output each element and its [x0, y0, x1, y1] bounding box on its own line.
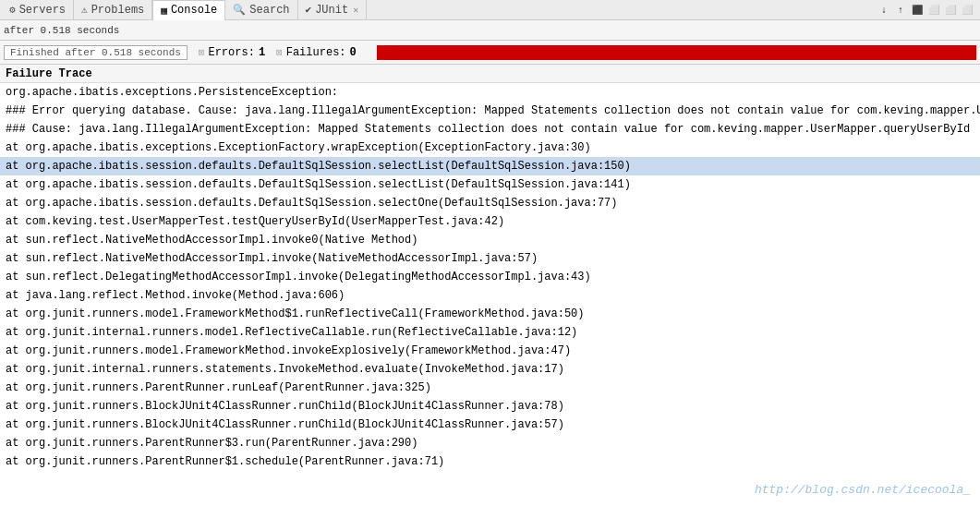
toolbar-down-btn[interactable]: ↓	[877, 3, 891, 18]
summary-bar: Finished after 0.518 seconds ⊠ Errors: 1…	[0, 41, 980, 65]
toolbar-stop-btn[interactable]: ⬛	[910, 3, 925, 18]
failures-label: Failures:	[286, 46, 346, 59]
trace-line: at org.apache.ibatis.exceptions.Exceptio…	[0, 139, 980, 157]
trace-line: at sun.reflect.DelegatingMethodAccessorI…	[0, 268, 980, 286]
trace-line: at org.junit.runners.ParentRunner$3.run(…	[0, 434, 980, 452]
errors-label: Errors:	[208, 46, 254, 59]
tab-junit[interactable]: ✔ JUnit ✕	[298, 0, 368, 20]
finished-label: Finished after 0.518 seconds	[10, 47, 181, 58]
tab-search-label: Search	[249, 4, 289, 17]
failure-trace-header: Failure Trace	[0, 65, 980, 83]
toolbar-view-btn2[interactable]: ⬜	[943, 3, 958, 18]
junit-close-icon[interactable]: ✕	[353, 5, 358, 16]
trace-line: ### Cause: java.lang.IllegalArgumentExce…	[0, 120, 980, 139]
servers-icon: ⚙	[9, 4, 16, 16]
tab-servers-label: Servers	[19, 4, 66, 17]
trace-line: at org.junit.runners.BlockJUnit4ClassRun…	[0, 397, 980, 416]
trace-line: at sun.reflect.NativeMethodAccessorImpl.…	[0, 249, 980, 268]
tab-console-label: Console	[171, 4, 217, 17]
trace-line: at org.apache.ibatis.session.defaults.De…	[0, 157, 980, 175]
trace-line: at org.junit.internal.runners.statements…	[0, 360, 980, 379]
problems-icon: ⚠	[81, 4, 88, 16]
trace-line: at com.keving.test.UserMapperTest.testQu…	[0, 212, 980, 231]
trace-line: at org.junit.runners.ParentRunner$1.sche…	[0, 452, 980, 471]
toolbar-view-btn1[interactable]: ⬜	[926, 3, 941, 18]
trace-line: at org.junit.runners.BlockJUnit4ClassRun…	[0, 416, 980, 434]
trace-line: at org.junit.internal.runners.model.Refl…	[0, 323, 980, 342]
tab-bar: ⚙ Servers ⚠ Problems ▦ Console 🔍 Search …	[0, 0, 980, 20]
trace-line: ### Error querying database. Cause: java…	[0, 102, 980, 120]
tab-junit-label: JUnit	[315, 4, 348, 17]
status-text: after 0.518 seconds	[4, 25, 119, 36]
failures-count: 0	[350, 46, 357, 59]
trace-line: at sun.reflect.NativeMethodAccessorImpl.…	[0, 231, 980, 249]
errors-count: 1	[259, 46, 265, 59]
status-bar: after 0.518 seconds	[0, 20, 980, 41]
toolbar-up-btn[interactable]: ↑	[893, 3, 908, 18]
trace-line: at org.apache.ibatis.session.defaults.De…	[0, 194, 980, 212]
trace-line: org.apache.ibatis.exceptions.Persistence…	[0, 83, 980, 102]
toolbar-view-btn3[interactable]: ⬜	[960, 3, 974, 18]
junit-icon: ✔	[306, 4, 312, 16]
search-icon: 🔍	[233, 4, 246, 16]
trace-line: at java.lang.reflect.Method.invoke(Metho…	[0, 286, 980, 305]
trace-area[interactable]: org.apache.ibatis.exceptions.Persistence…	[0, 83, 980, 506]
trace-line: at org.apache.ibatis.session.defaults.De…	[0, 175, 980, 194]
tab-problems[interactable]: ⚠ Problems	[74, 0, 152, 20]
trace-line: at org.junit.runners.model.FrameworkMeth…	[0, 342, 980, 360]
progress-bar-red	[377, 45, 976, 60]
failure-trace-title: Failure Trace	[6, 67, 92, 80]
errors-icon: ⊠	[199, 46, 205, 58]
failures-section: ⊠ Failures: 0	[276, 46, 357, 59]
tab-servers[interactable]: ⚙ Servers	[2, 0, 74, 20]
toolbar-buttons: ↓ ↑ ⬛ ⬜ ⬜ ⬜	[877, 3, 978, 18]
console-icon: ▦	[161, 5, 167, 17]
tab-problems-label: Problems	[91, 4, 145, 17]
errors-section: ⊠ Errors: 1	[199, 46, 265, 59]
trace-line: at org.junit.runners.model.FrameworkMeth…	[0, 305, 980, 323]
tab-search[interactable]: 🔍 Search	[225, 0, 297, 20]
trace-line: at org.junit.runners.ParentRunner.runLea…	[0, 379, 980, 397]
tab-console[interactable]: ▦ Console	[152, 0, 225, 20]
finished-badge: Finished after 0.518 seconds	[4, 45, 188, 60]
failures-icon: ⊠	[276, 46, 283, 58]
